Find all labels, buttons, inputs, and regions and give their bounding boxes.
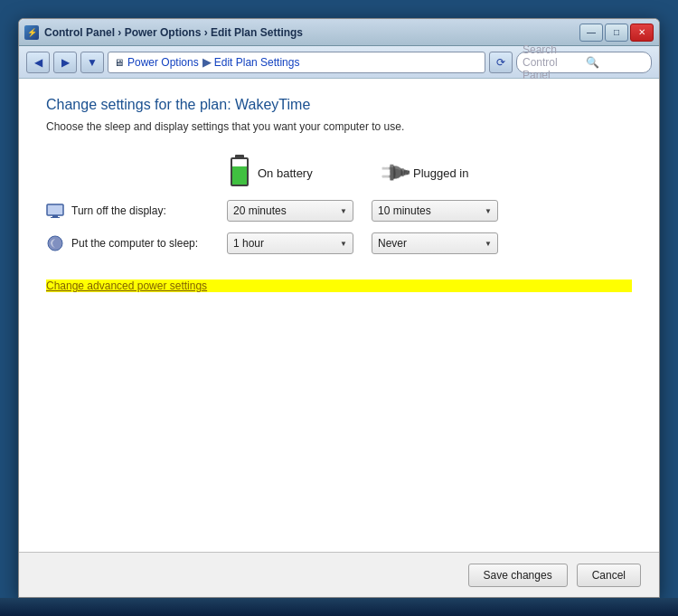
display-plugged-arrow: ▼ bbox=[485, 207, 492, 215]
sleep-icon bbox=[46, 234, 64, 252]
sleep-plugged-dropdown[interactable]: Never ▼ bbox=[372, 232, 498, 254]
address-path: 🖥 Power Options ▶ Edit Plan Settings bbox=[108, 52, 485, 73]
breadcrumb-power-options[interactable]: Power Options bbox=[127, 56, 199, 69]
battery-body bbox=[231, 157, 249, 186]
close-button[interactable]: ✕ bbox=[630, 24, 654, 42]
search-placeholder: Search Control Panel bbox=[523, 43, 582, 81]
sleep-label-area: Put the computer to sleep: bbox=[46, 234, 227, 252]
svg-point-3 bbox=[48, 236, 62, 251]
display-battery-arrow: ▼ bbox=[340, 207, 347, 215]
display-dropdowns: 20 minutes ▼ 10 minutes ▼ bbox=[227, 200, 498, 222]
cancel-button[interactable]: Cancel bbox=[577, 564, 641, 587]
sleep-dropdowns: 1 hour ▼ Never ▼ bbox=[227, 232, 498, 254]
advanced-power-settings-link[interactable]: Change advanced power settings bbox=[46, 280, 632, 292]
display-label: Turn off the display: bbox=[71, 204, 166, 217]
sleep-plugged-arrow: ▼ bbox=[485, 240, 492, 248]
svg-rect-2 bbox=[51, 217, 60, 218]
sleep-plugged-value: Never bbox=[378, 237, 407, 250]
title-bar-left: ⚡ Control Panel › Power Options › Edit P… bbox=[24, 25, 303, 40]
sleep-label: Put the computer to sleep: bbox=[71, 237, 198, 250]
sleep-setting-row: Put the computer to sleep: 1 hour ▼ Neve… bbox=[46, 232, 632, 254]
save-changes-button[interactable]: Save changes bbox=[468, 564, 568, 587]
recent-pages-button[interactable]: ▼ bbox=[80, 52, 104, 73]
breadcrumb-edit-plan[interactable]: Edit Plan Settings bbox=[214, 56, 300, 69]
plugged-column-header: 🔌 Plugged in bbox=[381, 160, 516, 185]
battery-label: On battery bbox=[258, 166, 313, 180]
plug-icon: 🔌 bbox=[375, 154, 412, 191]
settings-grid: Turn off the display: 20 minutes ▼ 10 mi… bbox=[46, 200, 632, 265]
minimize-button[interactable]: — bbox=[579, 24, 603, 42]
breadcrumb-separator: ▶ bbox=[202, 56, 211, 69]
search-box[interactable]: Search Control Panel 🔍 bbox=[516, 52, 652, 73]
window-title: Control Panel › Power Options › Edit Pla… bbox=[44, 26, 303, 39]
display-battery-dropdown[interactable]: 20 minutes ▼ bbox=[227, 200, 353, 222]
display-plugged-value: 10 minutes bbox=[378, 204, 431, 217]
sleep-battery-arrow: ▼ bbox=[340, 240, 347, 248]
back-button[interactable]: ◀ bbox=[26, 52, 50, 73]
svg-rect-1 bbox=[52, 215, 58, 217]
maximize-button[interactable]: □ bbox=[605, 24, 628, 42]
display-setting-row: Turn off the display: 20 minutes ▼ 10 mi… bbox=[46, 200, 632, 222]
page-subtitle: Choose the sleep and display settings th… bbox=[46, 120, 632, 133]
battery-fill bbox=[232, 166, 247, 185]
svg-rect-0 bbox=[47, 204, 63, 215]
title-bar: ⚡ Control Panel › Power Options › Edit P… bbox=[19, 19, 659, 46]
main-window: ⚡ Control Panel › Power Options › Edit P… bbox=[18, 18, 660, 598]
page-title: Change settings for the plan: WakeyTime bbox=[46, 97, 632, 113]
address-bar: ◀ ▶ ▼ 🖥 Power Options ▶ Edit Plan Settin… bbox=[19, 46, 659, 79]
window-icon: ⚡ bbox=[24, 25, 39, 40]
title-bar-controls: — □ ✕ bbox=[579, 24, 654, 42]
search-icon: 🔍 bbox=[586, 56, 645, 69]
sleep-battery-dropdown[interactable]: 1 hour ▼ bbox=[227, 232, 353, 254]
display-battery-value: 20 minutes bbox=[233, 204, 287, 217]
battery-column-header: On battery bbox=[227, 155, 363, 191]
sleep-battery-value: 1 hour bbox=[233, 237, 264, 250]
display-plugged-dropdown[interactable]: 10 minutes ▼ bbox=[372, 200, 498, 222]
column-headers: On battery 🔌 Plugged in bbox=[227, 155, 632, 191]
bottom-bar: Save changes Cancel bbox=[19, 552, 659, 597]
display-icon bbox=[46, 202, 64, 220]
display-label-area: Turn off the display: bbox=[46, 202, 227, 220]
forward-button[interactable]: ▶ bbox=[53, 52, 77, 73]
content-area: Change settings for the plan: WakeyTime … bbox=[19, 79, 659, 552]
go-button[interactable]: ⟳ bbox=[489, 52, 513, 73]
breadcrumb-icon: 🖥 bbox=[114, 57, 124, 68]
battery-icon bbox=[227, 155, 252, 191]
taskbar bbox=[0, 598, 678, 616]
plugged-label: Plugged in bbox=[413, 166, 468, 180]
